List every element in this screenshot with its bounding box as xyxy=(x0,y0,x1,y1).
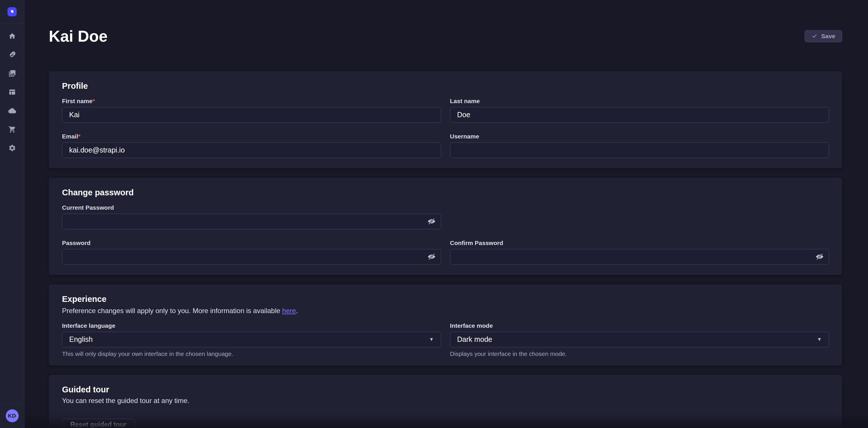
guided-tour-card-title: Guided tour xyxy=(62,384,829,394)
experience-description-text: Preference changes will apply only to yo… xyxy=(62,307,282,315)
experience-description: Preference changes will apply only to yo… xyxy=(62,307,829,315)
save-button-label: Save xyxy=(821,33,835,40)
confirm-password-input-wrap xyxy=(450,249,829,264)
user-avatar[interactable]: KD xyxy=(6,409,19,422)
interface-language-hint: This will only display your own interfac… xyxy=(62,350,441,357)
username-input[interactable] xyxy=(450,142,829,158)
email-label: Email* xyxy=(62,133,441,140)
toggle-password-visibility-button[interactable] xyxy=(426,251,438,263)
feather-icon xyxy=(8,51,16,59)
toggle-confirm-password-visibility-button[interactable] xyxy=(813,251,826,263)
interface-language-select[interactable]: English ▼ xyxy=(62,332,441,347)
cards-container: Profile First name* Last name Email* xyxy=(49,71,842,428)
guided-tour-card: Guided tour You can reset the guided tou… xyxy=(49,375,842,428)
page-header: Kai Doe Save xyxy=(49,17,842,55)
interface-mode-label: Interface mode xyxy=(450,322,829,329)
main-content: Kai Doe Save Profile First name* Last na… xyxy=(24,0,868,428)
current-password-input-wrap xyxy=(62,214,441,229)
last-name-input-wrap xyxy=(450,107,829,123)
first-name-input[interactable] xyxy=(62,107,441,123)
chevron-down-icon: ▼ xyxy=(817,337,822,342)
interface-mode-field-group: Interface mode Dark mode ▼ Displays your… xyxy=(450,322,829,357)
last-name-input[interactable] xyxy=(450,107,829,123)
current-password-input[interactable] xyxy=(62,214,441,229)
first-name-field-group: First name* xyxy=(62,98,441,123)
email-input[interactable] xyxy=(62,142,441,158)
sidebar-item-settings[interactable] xyxy=(0,139,24,158)
sidebar-item-content-type-builder[interactable] xyxy=(0,83,24,102)
guided-tour-description: You can reset the guided tour at any tim… xyxy=(62,397,829,405)
change-password-card: Change password Current Password xyxy=(49,178,842,275)
strapi-logo-icon xyxy=(9,9,15,15)
profile-fields: First name* Last name Email* xyxy=(62,98,829,158)
experience-card-title: Experience xyxy=(62,294,829,304)
page-title: Kai Doe xyxy=(49,28,107,45)
interface-mode-value: Dark mode xyxy=(457,335,492,344)
email-label-text: Email xyxy=(62,133,78,140)
interface-language-label: Interface language xyxy=(62,322,441,329)
eye-off-icon xyxy=(815,252,824,261)
sidebar-item-media-library[interactable] xyxy=(0,64,24,83)
last-name-label: Last name xyxy=(450,98,829,105)
avatar-area: KD xyxy=(0,403,24,428)
cart-icon xyxy=(8,125,16,133)
first-name-input-wrap xyxy=(62,107,441,123)
change-password-card-title: Change password xyxy=(62,188,829,197)
required-mark: * xyxy=(78,133,81,140)
media-library-icon xyxy=(8,69,16,77)
logo-area xyxy=(0,0,24,24)
eye-off-icon xyxy=(427,252,436,261)
email-input-wrap xyxy=(62,142,441,158)
sidebar-item-marketplace[interactable] xyxy=(0,120,24,139)
confirm-password-label: Confirm Password xyxy=(450,239,829,247)
check-icon xyxy=(811,33,817,39)
current-password-field-group: Current Password xyxy=(62,204,441,229)
home-icon xyxy=(8,32,16,40)
password-field-group: Password xyxy=(62,239,441,264)
strapi-logo[interactable] xyxy=(7,7,17,17)
sidebar-item-deploy[interactable] xyxy=(0,102,24,120)
cloud-icon xyxy=(8,107,16,115)
sidebar-nav xyxy=(0,24,24,158)
layout-icon xyxy=(8,88,16,96)
sidebar-item-home[interactable] xyxy=(0,27,24,46)
username-field-group: Username xyxy=(450,133,829,158)
current-password-label: Current Password xyxy=(62,204,441,211)
last-name-field-group: Last name xyxy=(450,98,829,123)
confirm-password-field-group: Confirm Password xyxy=(450,239,829,264)
confirm-password-input[interactable] xyxy=(450,249,829,264)
experience-description-period: . xyxy=(296,307,298,315)
first-name-label: First name* xyxy=(62,98,441,105)
save-button[interactable]: Save xyxy=(805,30,842,42)
profile-card: Profile First name* Last name Email* xyxy=(49,71,842,168)
username-input-wrap xyxy=(450,142,829,158)
interface-language-value: English xyxy=(69,335,93,344)
first-name-label-text: First name xyxy=(62,98,92,104)
required-mark: * xyxy=(92,98,95,104)
change-password-fields: Current Password xyxy=(62,204,829,264)
interface-mode-hint: Displays your interface in the chosen mo… xyxy=(450,350,829,357)
profile-card-title: Profile xyxy=(62,81,829,91)
more-information-link[interactable]: here xyxy=(282,307,296,315)
gear-icon xyxy=(8,144,16,152)
sidebar: KD xyxy=(0,0,24,428)
password-input[interactable] xyxy=(62,249,441,264)
username-label: Username xyxy=(450,133,829,140)
eye-off-icon xyxy=(427,217,436,226)
interface-mode-select[interactable]: Dark mode ▼ xyxy=(450,332,829,347)
reset-guided-tour-button[interactable]: Reset guided tour xyxy=(62,419,135,428)
email-field-group: Email* xyxy=(62,133,441,158)
experience-card: Experience Preference changes will apply… xyxy=(49,284,842,365)
password-input-wrap xyxy=(62,249,441,264)
interface-language-field-group: Interface language English ▼ This will o… xyxy=(62,322,441,357)
experience-fields: Interface language English ▼ This will o… xyxy=(62,322,829,357)
sidebar-item-content-manager[interactable] xyxy=(0,46,24,64)
chevron-down-icon: ▼ xyxy=(429,337,434,342)
password-label: Password xyxy=(62,239,441,247)
toggle-current-password-visibility-button[interactable] xyxy=(426,216,438,228)
